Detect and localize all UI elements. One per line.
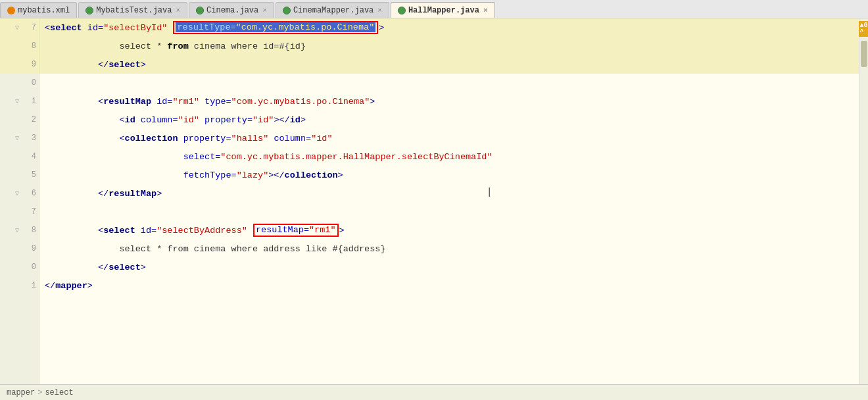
attr-column: column=: [274, 134, 311, 143]
attr-id2-val: "selectByAddress": [157, 226, 247, 236]
code-line-11: <resultMap id="rm1" type="com.yc.mybatis…: [39, 92, 859, 111]
code-line-20: </select>: [39, 258, 859, 276]
attr-id: id=: [87, 23, 103, 33]
tag-name-close: select: [108, 60, 141, 70]
fold-icon: [13, 263, 21, 271]
fold-icon[interactable]: ▽: [13, 134, 21, 142]
attr-resultmap-val: "rm1": [309, 225, 336, 235]
code-editor[interactable]: <select id="selectById" resultType="com.…: [39, 18, 859, 384]
tag-resultmap-close: resultMap: [108, 189, 157, 199]
line-number: 8: [23, 41, 36, 51]
xml-bracket-end2: >: [339, 226, 345, 236]
xml-bracket-mapper-end: >: [87, 281, 93, 291]
gutter-row: 1: [0, 276, 39, 295]
tab-cinema-java[interactable]: Cinema.java ×: [189, 2, 274, 18]
line-number: 8: [23, 226, 36, 235]
line-number: 9: [23, 244, 36, 253]
fold-icon: [13, 153, 21, 161]
tab-label: MybatisTest.java: [96, 6, 172, 15]
fold-icon: [13, 282, 21, 289]
fold-icon[interactable]: ▽: [13, 189, 21, 197]
code-line-14: select="com.yc.mybatis.mapper.HallMapper…: [39, 147, 859, 166]
tag-select-close: select: [108, 262, 141, 272]
tab-label: Cinema.java: [206, 6, 258, 15]
code-line-16: </resultMap> |: [39, 184, 859, 203]
gutter-row: 5: [0, 166, 39, 184]
code-line-15: fetchType="lazy"></collection>: [39, 166, 859, 184]
gutter-row: ▽ 7: [0, 18, 39, 37]
tab-label: HallMapper.java: [408, 6, 479, 15]
tab-label: mybatis.xml: [18, 6, 70, 15]
fold-icon[interactable]: ▽: [13, 97, 21, 105]
xml-bracket: </: [98, 189, 108, 199]
attr-id-val: "rm1": [172, 97, 199, 107]
line-number: 5: [23, 170, 36, 180]
xml-bracket: <: [119, 134, 124, 143]
code-line-18: <select id="selectByAddress" resultMap="…: [39, 221, 859, 239]
blue-highlight-result-type: resultType="com.yc.mybatis.po.Cinema": [176, 22, 375, 32]
gutter-row: 8: [0, 37, 39, 55]
attr-col-val: "id": [178, 115, 199, 125]
code-line-8: select * from cinema where id=#{id}: [39, 37, 859, 55]
scroll-bar-right[interactable]: ▲6 ^: [859, 18, 868, 384]
tag-collection-close: collection: [285, 170, 338, 180]
fold-icon[interactable]: ▽: [13, 24, 21, 32]
tab-hall-mapper[interactable]: HallMapper.java ×: [391, 2, 495, 18]
line-number: 6: [23, 189, 36, 198]
java-file-icon: [283, 7, 291, 14]
tab-cinema-mapper[interactable]: CinemaMapper.java ×: [276, 2, 389, 18]
tag-select2: select: [103, 226, 135, 236]
gutter-row: 9: [0, 239, 39, 258]
line-number: 0: [23, 78, 36, 88]
code-line-17: [39, 203, 859, 221]
close-icon[interactable]: ×: [262, 7, 267, 14]
close-icon[interactable]: ×: [176, 7, 180, 14]
attr-prop: property=: [205, 115, 253, 125]
xml-file-icon: [7, 7, 15, 14]
gutter-row: 0: [0, 258, 39, 276]
attr-type: type=: [205, 97, 231, 107]
fold-icon[interactable]: ▽: [13, 226, 21, 234]
breadcrumb-select: select: [45, 388, 73, 397]
fold-icon: [13, 116, 21, 124]
scroll-thumb[interactable]: [861, 41, 867, 67]
line-number: 2: [23, 115, 36, 124]
cursor: |: [487, 187, 492, 197]
code-line-12: <id column="id" property="id"></id>: [39, 111, 859, 129]
attr-id2: id=: [141, 226, 157, 236]
attr-property: property=: [183, 134, 231, 143]
gutter-row: ▽ 3: [0, 129, 39, 147]
line-number: 4: [23, 152, 36, 161]
xml-bracket-end: >: [157, 189, 162, 199]
attr-column-val: "id": [311, 134, 332, 143]
attr-id: id=: [157, 97, 172, 107]
close-icon[interactable]: ×: [483, 7, 488, 14]
gutter-row: 7: [0, 203, 39, 221]
line-number: 7: [23, 207, 36, 216]
tab-bar: mybatis.xml MybatisTest.java × Cinema.ja…: [0, 0, 868, 18]
attr-select: select=: [183, 152, 221, 162]
red-box-highlight-2: resultMap="rm1": [253, 224, 339, 237]
attr-select-val: "com.yc.mybatis.mapper.HallMapper.select…: [220, 152, 492, 162]
tag-id-close: id: [290, 115, 301, 125]
fold-icon: [13, 79, 21, 87]
xml-bracket-close: >: [379, 23, 384, 33]
warning-badge: ▲6 ^: [858, 21, 869, 37]
gutter-row: ▽ 8: [0, 221, 39, 239]
sql-content2: select * from cinema where address like …: [119, 244, 385, 254]
attr-fetch-val: "lazy": [237, 170, 269, 180]
tag-collection: collection: [125, 134, 178, 143]
close-icon[interactable]: ×: [377, 7, 382, 14]
tab-mybatis-xml[interactable]: mybatis.xml: [0, 2, 77, 18]
code-line-19: select * from cinema where address like …: [39, 239, 859, 258]
line-number: 1: [23, 281, 36, 290]
tab-label: CinemaMapper.java: [293, 6, 374, 15]
attr-resultmap: resultMap=: [256, 225, 309, 235]
xml-bracket-end3: </: [98, 262, 108, 272]
attr-col: column=: [141, 115, 178, 125]
tag-result-map: resultMap: [103, 97, 151, 107]
editor-container: ▽ 7 8 9 0 ▽ 1 2 ▽ 3: [0, 18, 868, 384]
tab-mybatis-test[interactable]: MybatisTest.java ×: [78, 2, 187, 18]
xml-bracket-end4: >: [141, 262, 146, 272]
gutter-row: ▽ 6: [0, 184, 39, 203]
